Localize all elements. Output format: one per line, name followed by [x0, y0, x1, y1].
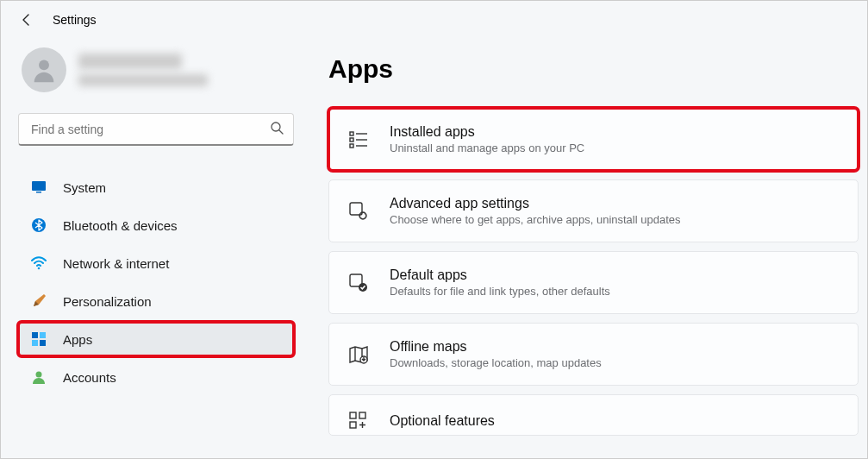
svg-rect-13 [350, 138, 353, 141]
nav: System Bluetooth & devices Network & int… [18, 170, 294, 394]
cards-list: Installed apps Uninstall and manage apps… [328, 108, 859, 436]
apps-icon [30, 330, 47, 348]
avatar [22, 47, 66, 92]
nav-label: Accounts [63, 370, 116, 385]
card-offline-maps[interactable]: Offline maps Downloads, storage location… [328, 323, 859, 386]
profile-name [78, 53, 182, 69]
svg-rect-14 [350, 144, 353, 148]
card-subtitle: Choose where to get apps, archive apps, … [390, 213, 681, 226]
wifi-icon [30, 255, 47, 272]
card-advanced-app-settings[interactable]: Advanced app settings Choose where to ge… [328, 179, 859, 242]
svg-point-11 [36, 372, 42, 378]
svg-rect-24 [359, 412, 365, 418]
card-title: Offline maps [390, 339, 602, 355]
card-subtitle: Defaults for file and link types, other … [390, 285, 610, 298]
profile-block[interactable] [18, 47, 294, 92]
nav-label: System [63, 180, 106, 195]
nav-label: Apps [63, 332, 92, 347]
svg-rect-3 [32, 181, 46, 191]
window-header: Settings [1, 1, 867, 39]
search-box [18, 113, 294, 146]
nav-label: Network & internet [63, 256, 169, 271]
card-title: Default apps [390, 267, 610, 283]
gear-app-icon [348, 201, 369, 222]
card-subtitle: Uninstall and manage apps on your PC [390, 141, 584, 154]
svg-rect-7 [32, 332, 38, 338]
card-title: Installed apps [390, 124, 584, 140]
back-button[interactable] [18, 11, 35, 28]
brush-icon [30, 292, 47, 310]
svg-line-2 [279, 130, 283, 134]
person-icon [30, 368, 47, 386]
sidebar-item-system[interactable]: System [18, 170, 294, 204]
card-installed-apps[interactable]: Installed apps Uninstall and manage apps… [328, 108, 859, 171]
card-default-apps[interactable]: Default apps Defaults for file and link … [328, 251, 859, 314]
profile-email [78, 74, 208, 86]
svg-rect-25 [350, 422, 356, 428]
header-title: Settings [53, 13, 97, 27]
sidebar-item-personalization[interactable]: Personalization [18, 284, 294, 318]
svg-point-6 [38, 267, 41, 270]
plus-grid-icon [348, 411, 369, 431]
list-icon [348, 129, 369, 150]
card-title: Optional features [390, 413, 495, 429]
sidebar-item-apps[interactable]: Apps [18, 322, 294, 356]
card-subtitle: Downloads, storage location, map updates [390, 356, 602, 369]
card-title: Advanced app settings [390, 196, 681, 211]
bluetooth-icon [30, 217, 47, 234]
sidebar-item-bluetooth[interactable]: Bluetooth & devices [18, 208, 294, 242]
nav-label: Personalization [63, 294, 152, 309]
svg-rect-10 [40, 340, 46, 346]
search-input[interactable] [18, 113, 294, 146]
svg-rect-4 [36, 192, 41, 193]
svg-rect-9 [32, 340, 38, 346]
svg-point-19 [359, 212, 366, 219]
nav-label: Bluetooth & devices [63, 218, 178, 233]
map-icon [348, 344, 369, 365]
main-content: Apps Installed apps Uninstall and manage… [311, 39, 867, 458]
page-title: Apps [328, 54, 859, 84]
svg-point-0 [39, 60, 49, 70]
sidebar: System Bluetooth & devices Network & int… [1, 39, 311, 458]
svg-rect-12 [350, 132, 353, 135]
svg-rect-8 [40, 332, 46, 338]
card-optional-features[interactable]: Optional features [328, 394, 859, 436]
check-app-icon [348, 273, 369, 293]
system-icon [30, 179, 47, 196]
sidebar-item-network[interactable]: Network & internet [18, 246, 294, 280]
search-icon [270, 121, 284, 138]
svg-rect-23 [350, 412, 356, 418]
sidebar-item-accounts[interactable]: Accounts [18, 360, 294, 394]
svg-point-1 [272, 123, 280, 131]
profile-text [78, 53, 208, 86]
